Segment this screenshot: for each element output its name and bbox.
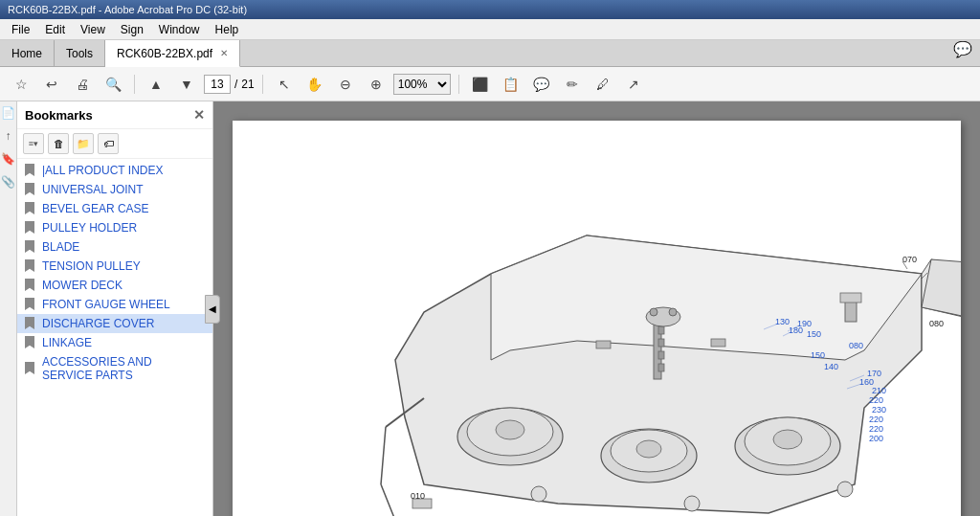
sidebar-tools: ≡▾ 🗑 📁 🏷 xyxy=(17,129,212,159)
sidebar-title: Bookmarks xyxy=(25,108,93,123)
panel-icon-bookmark[interactable]: 🔖 xyxy=(1,151,16,167)
bookmark-item-discharge-cover[interactable]: DISCHARGE COVER xyxy=(17,314,212,333)
svg-text:130: 130 xyxy=(775,317,790,326)
bookmark-button[interactable]: ☆ xyxy=(8,72,34,97)
chat-icon-area: 💬 xyxy=(953,40,980,66)
separator-1 xyxy=(134,75,135,94)
page-nav: / 21 xyxy=(204,75,255,94)
menu-help[interactable]: Help xyxy=(208,21,247,38)
bookmark-item-linkage[interactable]: LINKAGE xyxy=(17,333,212,352)
search-button[interactable]: 🔍 xyxy=(100,72,126,97)
left-panel-icons: 📄 ↑ 🔖 📎 xyxy=(0,101,17,516)
bookmark-icon-6 xyxy=(25,259,36,273)
main-area: 📄 ↑ 🔖 📎 Bookmarks ✕ ≡▾ 🗑 📁 🏷 |ALL PRODUC… xyxy=(0,101,980,516)
back-button[interactable]: ↩ xyxy=(38,72,65,97)
tab-bar: Home Tools RCK60B-22BX.pdf ✕ 💬 xyxy=(0,40,980,67)
svg-rect-17 xyxy=(711,339,725,347)
svg-text:200: 200 xyxy=(869,434,883,443)
bookmark-icon-9 xyxy=(25,317,36,330)
menu-file[interactable]: File xyxy=(4,21,37,38)
sidebar-close-button[interactable]: ✕ xyxy=(193,107,205,123)
close-tab-button[interactable]: ✕ xyxy=(220,48,228,58)
zoom-in-button[interactable]: ⊕ xyxy=(363,72,390,97)
zoom-out-button[interactable]: ⊖ xyxy=(332,72,359,97)
panel-icon-2[interactable]: ↑ xyxy=(1,128,16,144)
svg-point-28 xyxy=(650,308,657,316)
svg-rect-16 xyxy=(596,341,611,348)
toolbar: ☆ ↩ 🖨 🔍 ▲ ▼ / 21 ↖ ✋ ⊖ ⊕ 100% 75% 125% 1… xyxy=(0,67,980,101)
zoom-select[interactable]: 100% 75% 125% 150% 200% xyxy=(393,74,451,95)
svg-text:010: 010 xyxy=(411,491,425,501)
svg-text:220: 220 xyxy=(869,395,883,405)
menu-sign[interactable]: Sign xyxy=(113,21,151,38)
svg-text:220: 220 xyxy=(869,415,883,424)
sidebar-tool-new[interactable]: 📁 xyxy=(73,133,94,154)
sidebar-tool-flag[interactable]: 🏷 xyxy=(98,133,119,154)
bookmark-item-front-gauge[interactable]: FRONT GAUGE WHEEL xyxy=(17,295,212,314)
svg-text:210: 210 xyxy=(872,386,886,395)
svg-text:150: 150 xyxy=(807,329,821,339)
svg-text:150: 150 xyxy=(811,350,825,360)
parts-diagram: 070 060 080 080 030 050 010 030 050 130 … xyxy=(233,121,961,516)
snapshot-button[interactable]: ⬛ xyxy=(467,72,494,97)
bookmark-icon-4 xyxy=(25,221,36,235)
sidebar-collapse-button[interactable]: ◀ xyxy=(205,295,220,324)
bookmark-item-blade[interactable]: BLADE xyxy=(17,237,212,257)
tab-home[interactable]: Home xyxy=(0,40,55,66)
pdf-page: 070 060 080 080 030 050 010 030 050 130 … xyxy=(233,121,961,516)
page-input[interactable] xyxy=(204,75,231,94)
bookmark-item-tension-pulley[interactable]: TENSION PULLEY xyxy=(17,257,212,276)
svg-text:080: 080 xyxy=(849,341,863,350)
bookmark-icon-5 xyxy=(25,240,36,254)
svg-point-18 xyxy=(531,486,546,502)
separator-3 xyxy=(458,75,459,94)
share-button[interactable]: ↗ xyxy=(620,72,647,97)
menu-edit[interactable]: Edit xyxy=(37,21,73,38)
bookmark-icon-3 xyxy=(25,202,36,215)
svg-point-3 xyxy=(496,420,524,439)
bookmark-item-universal-joint[interactable]: UNIVERSAL JOINT xyxy=(17,180,212,199)
svg-rect-11 xyxy=(658,326,664,334)
form-button[interactable]: 📋 xyxy=(498,72,524,97)
sidebar-tool-delete[interactable]: 🗑 xyxy=(48,133,69,154)
pdf-area[interactable]: 070 060 080 080 030 050 010 030 050 130 … xyxy=(213,101,980,516)
next-page-button[interactable]: ▼ xyxy=(173,72,200,97)
title-text: RCK60B-22BX.pdf - Adobe Acrobat Pro DC (… xyxy=(8,4,247,15)
menu-window[interactable]: Window xyxy=(151,21,208,38)
bookmark-item-pulley-holder[interactable]: PULLEY HOLDER xyxy=(17,218,212,237)
tab-pdf[interactable]: RCK60B-22BX.pdf ✕ xyxy=(105,40,240,67)
bookmark-icon-10 xyxy=(25,336,36,349)
title-bar: RCK60B-22BX.pdf - Adobe Acrobat Pro DC (… xyxy=(0,0,980,19)
panel-icon-1[interactable]: 📄 xyxy=(1,105,16,121)
bookmark-list: |ALL PRODUCT INDEX UNIVERSAL JOINT BEVEL… xyxy=(17,159,212,516)
pen-button[interactable]: ✏ xyxy=(559,72,586,97)
bookmark-item-bevel-gear[interactable]: BEVEL GEAR CASE xyxy=(17,199,212,218)
svg-point-19 xyxy=(684,496,700,511)
bookmark-icon-7 xyxy=(25,279,36,292)
panel-icon-3[interactable]: 📎 xyxy=(1,174,16,190)
bookmark-icon-8 xyxy=(25,298,36,311)
select-tool-button[interactable]: ↖ xyxy=(271,72,298,97)
sidebar-tool-expand[interactable]: ≡▾ xyxy=(23,133,44,154)
hand-tool-button[interactable]: ✋ xyxy=(301,72,328,97)
bookmark-icon-11 xyxy=(25,362,36,375)
total-pages: 21 xyxy=(241,78,254,91)
bookmark-icon-2 xyxy=(25,183,36,196)
comment-button[interactable]: 💬 xyxy=(528,72,555,97)
print-button[interactable]: 🖨 xyxy=(69,72,96,97)
menu-view[interactable]: View xyxy=(73,21,113,38)
chat-icon[interactable]: 💬 xyxy=(953,41,972,57)
prev-page-button[interactable]: ▲ xyxy=(143,72,169,97)
bookmark-item-accessories[interactable]: ACCESSORIES AND SERVICE PARTS xyxy=(17,352,212,385)
tab-tools[interactable]: Tools xyxy=(55,40,105,66)
bookmark-icon-1 xyxy=(25,164,36,177)
svg-point-9 xyxy=(636,440,661,458)
svg-point-27 xyxy=(669,308,677,316)
svg-text:230: 230 xyxy=(872,405,886,415)
svg-text:220: 220 xyxy=(869,424,883,434)
bookmark-item-all-product[interactable]: |ALL PRODUCT INDEX xyxy=(17,161,212,180)
svg-rect-13 xyxy=(658,351,664,359)
draw-button[interactable]: 🖊 xyxy=(590,72,616,97)
separator-2 xyxy=(262,75,263,94)
bookmark-item-mower-deck[interactable]: MOWER DECK xyxy=(17,276,212,295)
